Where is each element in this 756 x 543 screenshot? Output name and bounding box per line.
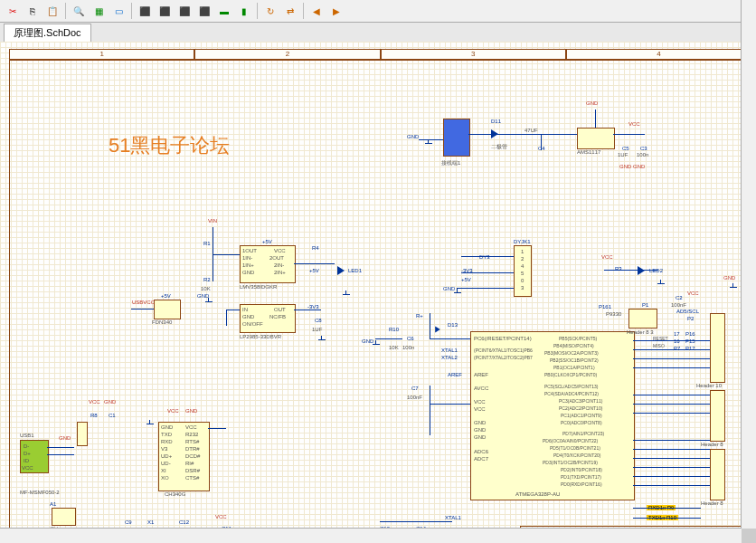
- rotate-icon[interactable]: ↻: [261, 2, 279, 20]
- align-top-icon[interactable]: ⬛: [175, 2, 194, 20]
- next-icon[interactable]: ▶: [327, 2, 345, 20]
- dist-v-icon[interactable]: ▮: [235, 2, 253, 20]
- align-bottom-icon[interactable]: ⬛: [195, 2, 213, 20]
- align-right-icon[interactable]: ⬛: [156, 2, 174, 20]
- toolbar: ✂ ⎘ 📋 🔍 ▦ ▭ ⬛ ⬛ ⬛ ⬛ ▬ ▮ ↻ ⇄ ◀ ▶: [0, 0, 756, 23]
- port-icon[interactable]: ▭: [109, 2, 128, 20]
- align-left-icon[interactable]: ⬛: [136, 2, 154, 20]
- tab-bar: 原理图.SchDoc: [0, 23, 756, 43]
- net-icon[interactable]: ▦: [90, 2, 108, 20]
- schematic-canvas[interactable]: 1 2 3 4 51黑电子论坛 接线端1 GND D11 二极管 47UF C4…: [0, 42, 742, 43]
- dist-h-icon[interactable]: ▬: [215, 2, 233, 20]
- zoom-icon[interactable]: 🔍: [70, 2, 88, 20]
- paste-icon[interactable]: 📋: [43, 2, 61, 20]
- flip-icon[interactable]: ⇄: [281, 2, 299, 20]
- cut-icon[interactable]: ✂: [4, 2, 22, 20]
- prev-icon[interactable]: ◀: [307, 2, 326, 20]
- doc-tab[interactable]: 原理图.SchDoc: [4, 24, 91, 42]
- scrollbar-vertical[interactable]: [741, 0, 756, 43]
- copy-icon[interactable]: ⎘: [24, 2, 42, 20]
